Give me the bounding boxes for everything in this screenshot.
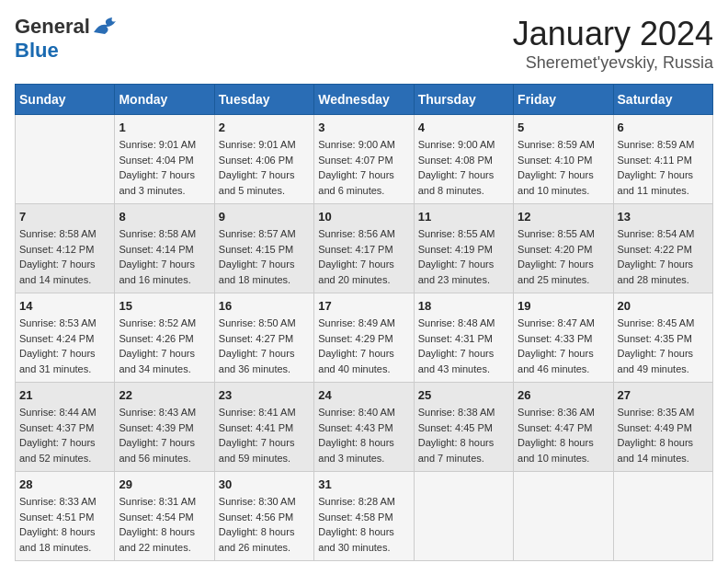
- table-row: 10Sunrise: 8:56 AMSunset: 4:17 PMDayligh…: [314, 204, 414, 293]
- table-row: 29Sunrise: 8:31 AMSunset: 4:54 PMDayligh…: [115, 472, 214, 561]
- day-info: Sunrise: 8:47 AMSunset: 4:33 PMDaylight:…: [518, 316, 609, 376]
- day-info: Sunrise: 8:58 AMSunset: 4:12 PMDaylight:…: [19, 226, 110, 287]
- page-header: General Blue January 2024 Sheremet'yevsk…: [15, 15, 713, 73]
- calendar-week-row: 21Sunrise: 8:44 AMSunset: 4:37 PMDayligh…: [16, 383, 713, 472]
- logo-blue-text: Blue: [15, 39, 59, 63]
- day-info: Sunrise: 8:57 AMSunset: 4:15 PMDaylight:…: [219, 226, 310, 287]
- table-row: 27Sunrise: 8:35 AMSunset: 4:49 PMDayligh…: [613, 383, 712, 472]
- header-saturday: Saturday: [613, 85, 712, 115]
- day-number: 25: [418, 388, 509, 402]
- day-number: 3: [318, 121, 409, 134]
- header-tuesday: Tuesday: [214, 85, 313, 115]
- calendar-week-row: 28Sunrise: 8:33 AMSunset: 4:51 PMDayligh…: [16, 472, 713, 561]
- day-number: 22: [119, 388, 210, 402]
- day-info: Sunrise: 8:31 AMSunset: 4:54 PMDaylight:…: [119, 494, 210, 555]
- logo-bird-icon: [92, 16, 119, 38]
- day-number: 13: [618, 210, 709, 224]
- day-info: Sunrise: 8:36 AMSunset: 4:47 PMDaylight:…: [518, 405, 609, 465]
- day-info: Sunrise: 8:38 AMSunset: 4:45 PMDaylight:…: [418, 405, 509, 465]
- day-info: Sunrise: 8:35 AMSunset: 4:49 PMDaylight:…: [618, 405, 709, 465]
- header-thursday: Thursday: [414, 85, 513, 115]
- day-number: 26: [518, 388, 609, 402]
- header-wednesday: Wednesday: [314, 85, 414, 115]
- day-info: Sunrise: 8:41 AMSunset: 4:41 PMDaylight:…: [219, 405, 310, 465]
- day-info: Sunrise: 8:49 AMSunset: 4:29 PMDaylight:…: [318, 316, 409, 376]
- table-row: [613, 472, 712, 561]
- table-row: 24Sunrise: 8:40 AMSunset: 4:43 PMDayligh…: [314, 383, 414, 472]
- table-row: 28Sunrise: 8:33 AMSunset: 4:51 PMDayligh…: [16, 472, 115, 561]
- table-row: 21Sunrise: 8:44 AMSunset: 4:37 PMDayligh…: [16, 383, 115, 472]
- table-row: 22Sunrise: 8:43 AMSunset: 4:39 PMDayligh…: [115, 383, 214, 472]
- day-info: Sunrise: 8:54 AMSunset: 4:22 PMDaylight:…: [618, 226, 709, 287]
- table-row: 20Sunrise: 8:45 AMSunset: 4:35 PMDayligh…: [613, 293, 712, 383]
- table-row: 1Sunrise: 9:01 AMSunset: 4:04 PMDaylight…: [115, 115, 214, 204]
- day-number: 27: [618, 388, 709, 402]
- day-number: 16: [219, 299, 310, 313]
- calendar-header: Sunday Monday Tuesday Wednesday Thursday…: [16, 85, 713, 115]
- day-number: 15: [119, 299, 210, 313]
- day-info: Sunrise: 8:59 AMSunset: 4:10 PMDaylight:…: [518, 137, 609, 198]
- day-number: 21: [19, 388, 110, 402]
- day-info: Sunrise: 8:28 AMSunset: 4:58 PMDaylight:…: [318, 494, 409, 555]
- day-number: 5: [518, 121, 609, 134]
- day-number: 2: [219, 121, 310, 134]
- days-of-week-row: Sunday Monday Tuesday Wednesday Thursday…: [16, 85, 713, 115]
- title-block: January 2024 Sheremet'yevskiy, Russia: [513, 15, 713, 73]
- table-row: 5Sunrise: 8:59 AMSunset: 4:10 PMDaylight…: [514, 115, 613, 204]
- day-info: Sunrise: 8:55 AMSunset: 4:19 PMDaylight:…: [418, 226, 509, 287]
- day-number: 28: [19, 477, 110, 491]
- logo-general-text: General: [15, 15, 90, 39]
- day-number: 11: [418, 210, 509, 224]
- table-row: 31Sunrise: 8:28 AMSunset: 4:58 PMDayligh…: [314, 472, 414, 561]
- day-info: Sunrise: 8:33 AMSunset: 4:51 PMDaylight:…: [19, 494, 110, 555]
- table-row: 9Sunrise: 8:57 AMSunset: 4:15 PMDaylight…: [214, 204, 313, 293]
- day-number: 10: [318, 210, 409, 224]
- day-number: 30: [219, 477, 310, 491]
- day-number: 17: [318, 299, 409, 313]
- table-row: 26Sunrise: 8:36 AMSunset: 4:47 PMDayligh…: [514, 383, 613, 472]
- day-info: Sunrise: 9:01 AMSunset: 4:04 PMDaylight:…: [119, 137, 210, 198]
- table-row: 16Sunrise: 8:50 AMSunset: 4:27 PMDayligh…: [214, 293, 313, 383]
- table-row: 14Sunrise: 8:53 AMSunset: 4:24 PMDayligh…: [16, 293, 115, 383]
- day-number: 1: [119, 121, 210, 134]
- table-row: 12Sunrise: 8:55 AMSunset: 4:20 PMDayligh…: [514, 204, 613, 293]
- table-row: 6Sunrise: 8:59 AMSunset: 4:11 PMDaylight…: [613, 115, 712, 204]
- day-number: 19: [518, 299, 609, 313]
- table-row: 8Sunrise: 8:58 AMSunset: 4:14 PMDaylight…: [115, 204, 214, 293]
- table-row: 11Sunrise: 8:55 AMSunset: 4:19 PMDayligh…: [414, 204, 513, 293]
- day-info: Sunrise: 9:00 AMSunset: 4:07 PMDaylight:…: [318, 137, 409, 198]
- day-number: 24: [318, 388, 409, 402]
- day-info: Sunrise: 8:43 AMSunset: 4:39 PMDaylight:…: [119, 405, 210, 465]
- header-friday: Friday: [514, 85, 613, 115]
- day-info: Sunrise: 8:53 AMSunset: 4:24 PMDaylight:…: [19, 316, 110, 376]
- day-number: 31: [318, 477, 409, 491]
- calendar-week-row: 14Sunrise: 8:53 AMSunset: 4:24 PMDayligh…: [16, 293, 713, 383]
- calendar-week-row: 1Sunrise: 9:01 AMSunset: 4:04 PMDaylight…: [16, 115, 713, 204]
- table-row: 13Sunrise: 8:54 AMSunset: 4:22 PMDayligh…: [613, 204, 712, 293]
- calendar-subtitle: Sheremet'yevskiy, Russia: [513, 53, 713, 73]
- day-info: Sunrise: 8:52 AMSunset: 4:26 PMDaylight:…: [119, 316, 210, 376]
- header-sunday: Sunday: [16, 85, 115, 115]
- calendar-body: 1Sunrise: 9:01 AMSunset: 4:04 PMDaylight…: [16, 115, 713, 561]
- table-row: 19Sunrise: 8:47 AMSunset: 4:33 PMDayligh…: [514, 293, 613, 383]
- day-info: Sunrise: 8:30 AMSunset: 4:56 PMDaylight:…: [219, 494, 310, 555]
- day-number: 4: [418, 121, 509, 134]
- day-number: 14: [19, 299, 110, 313]
- table-row: 17Sunrise: 8:49 AMSunset: 4:29 PMDayligh…: [314, 293, 414, 383]
- table-row: [16, 115, 115, 204]
- day-info: Sunrise: 8:40 AMSunset: 4:43 PMDaylight:…: [318, 405, 409, 465]
- day-info: Sunrise: 8:58 AMSunset: 4:14 PMDaylight:…: [119, 226, 210, 287]
- calendar-table: Sunday Monday Tuesday Wednesday Thursday…: [15, 84, 713, 561]
- table-row: [514, 472, 613, 561]
- header-monday: Monday: [115, 85, 214, 115]
- day-info: Sunrise: 9:01 AMSunset: 4:06 PMDaylight:…: [219, 137, 310, 198]
- table-row: 4Sunrise: 9:00 AMSunset: 4:08 PMDaylight…: [414, 115, 513, 204]
- day-number: 23: [219, 388, 310, 402]
- day-info: Sunrise: 8:48 AMSunset: 4:31 PMDaylight:…: [418, 316, 509, 376]
- day-info: Sunrise: 9:00 AMSunset: 4:08 PMDaylight:…: [418, 137, 509, 198]
- table-row: 30Sunrise: 8:30 AMSunset: 4:56 PMDayligh…: [214, 472, 313, 561]
- table-row: 15Sunrise: 8:52 AMSunset: 4:26 PMDayligh…: [115, 293, 214, 383]
- day-info: Sunrise: 8:59 AMSunset: 4:11 PMDaylight:…: [618, 137, 709, 198]
- logo: General Blue: [15, 15, 119, 63]
- table-row: 23Sunrise: 8:41 AMSunset: 4:41 PMDayligh…: [214, 383, 313, 472]
